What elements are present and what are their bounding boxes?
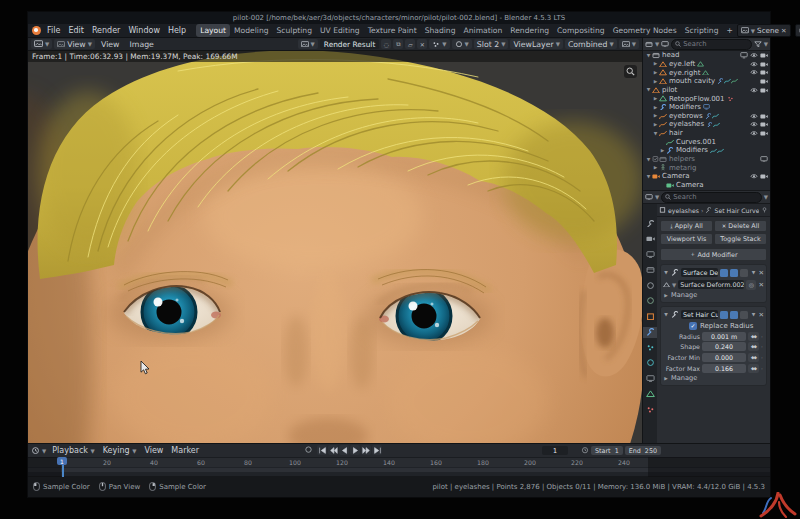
animate-decorator[interactable]: ◆◆ (748, 332, 759, 341)
eye-icon[interactable] (750, 61, 758, 67)
camera-icon[interactable] (760, 130, 768, 136)
frame-start-field[interactable]: Start1 (591, 446, 623, 455)
camera-icon[interactable] (760, 69, 768, 75)
menu-file[interactable]: File (43, 24, 64, 38)
outliner-row-curves-001[interactable]: Curves.001 (643, 137, 770, 146)
editor-type-dropdown[interactable]: ▼ (31, 39, 52, 49)
workspace-tab-sculpting[interactable]: Sculpting (273, 24, 316, 37)
menu-image[interactable]: Image (126, 40, 158, 49)
layer-dropdown[interactable]: ViewLayer ▼ (510, 39, 562, 49)
properties-tab-render[interactable] (643, 234, 657, 245)
expand-icon[interactable]: ▼ (645, 174, 652, 179)
outliner-row-camera[interactable]: Camera (643, 181, 770, 190)
outliner-search-input[interactable]: Search (671, 39, 752, 50)
workspace-tab-scripting[interactable]: Scripting (681, 24, 723, 37)
render-result-image[interactable] (28, 51, 642, 443)
camera-icon[interactable] (760, 78, 768, 84)
manage-subpanel[interactable]: ▶ Manage (663, 373, 764, 383)
expand-icon[interactable]: ▶ (652, 105, 659, 110)
extras-dropdown-icon[interactable]: ▼ (750, 270, 756, 275)
timeline-menu-view[interactable]: View (140, 444, 167, 458)
extras-dot[interactable]: · (761, 333, 764, 340)
field-value-slider[interactable]: 0.166 (702, 364, 746, 373)
properties-tab-view-layer[interactable] (643, 265, 657, 276)
expand-icon[interactable]: ▶ (652, 96, 659, 101)
camera-icon[interactable] (760, 87, 768, 93)
outliner-row-eye-right[interactable]: ▶eye.right (643, 68, 770, 77)
properties-search-input[interactable]: Search (661, 192, 762, 203)
replace-radius-checkbox[interactable]: ✓ (689, 322, 697, 330)
expand-icon[interactable]: ▼ (663, 270, 669, 275)
fake-user-button[interactable]: ◌ (381, 39, 391, 49)
eye-icon[interactable] (750, 69, 758, 75)
timeline-menu-marker[interactable]: Marker (167, 444, 203, 458)
properties-tab-particles[interactable] (643, 342, 657, 353)
editor-type-icon[interactable] (645, 194, 653, 200)
outliner-row-retopoflow-001[interactable]: ▶RetopoFlow.001 (643, 94, 770, 103)
camera-icon[interactable] (760, 121, 768, 127)
realtime-toggle[interactable] (730, 311, 738, 319)
toggle-stack-button[interactable]: Toggle Stack (714, 233, 767, 245)
properties-tab-object-data[interactable] (643, 389, 657, 400)
menu-view[interactable]: View (97, 40, 124, 49)
eye-icon[interactable] (750, 121, 758, 127)
jump-end-button[interactable] (372, 445, 382, 455)
screen-icon[interactable] (740, 52, 748, 58)
outliner-row-helpers[interactable]: ▼helpers (643, 155, 770, 164)
close-icon[interactable]: ✕ (758, 269, 764, 277)
expand-icon[interactable]: ▶ (652, 79, 659, 84)
expand-icon[interactable]: ▶ (652, 61, 659, 66)
modifier-name-field[interactable]: Set Hair Curve P... (681, 310, 718, 319)
editor-type-icon[interactable] (645, 41, 653, 47)
properties-tab-world[interactable] (643, 296, 657, 307)
extras-dot[interactable]: · (761, 365, 764, 372)
zoom-tool-button[interactable] (624, 65, 637, 78)
add-workspace-button[interactable]: + (722, 24, 736, 37)
open-image-button[interactable]: ▱ (405, 39, 415, 49)
properties-tab-physics[interactable] (643, 358, 657, 369)
pin-icon[interactable] (761, 207, 768, 213)
playhead-frame-badge[interactable]: 1 (57, 457, 67, 465)
extras-dot[interactable]: · (761, 343, 764, 350)
extras-dot[interactable]: · (761, 354, 764, 361)
workspace-tab-texture-paint[interactable]: Texture Paint (364, 24, 421, 37)
menu-render[interactable]: Render (88, 24, 124, 38)
workspace-tab-compositing[interactable]: Compositing (553, 24, 609, 37)
outliner-row-camera[interactable]: ▼Camera (643, 172, 770, 181)
expand-icon[interactable]: ▶ (652, 165, 659, 170)
pass-dropdown[interactable]: Combined ▼ (565, 39, 617, 49)
render-toggle[interactable] (740, 269, 748, 277)
render-slot-dropdown[interactable]: Slot 2 ▼ (474, 39, 509, 49)
properties-tab-modifiers[interactable] (643, 327, 657, 338)
breadcrumb-object[interactable]: eyelashes (668, 207, 699, 214)
expand-icon[interactable]: ▼ (645, 157, 652, 162)
field-value-slider[interactable]: 0.240 (702, 342, 746, 351)
mode-dropdown[interactable]: View ▼ (54, 39, 95, 49)
view-layer-selector[interactable]: ▼ ViewLayer ✕ (795, 24, 800, 37)
manage-subpanel[interactable]: ▶ Manage (663, 290, 764, 300)
screen-icon[interactable] (760, 156, 768, 162)
blender-icon[interactable] (32, 26, 41, 35)
menu-edit[interactable]: Edit (64, 24, 88, 38)
current-frame-field[interactable]: 1 (542, 446, 568, 455)
workspace-tab-shading[interactable]: Shading (421, 24, 460, 37)
new-image-button[interactable]: ⧉ (393, 39, 403, 49)
workspace-tab-animation[interactable]: Animation (460, 24, 507, 37)
properties-tab-scene[interactable] (643, 280, 657, 291)
gizmo-dropdown[interactable]: ▼ (429, 39, 449, 49)
outliner-row-eyelashes[interactable]: ▶eyelashes (643, 120, 770, 129)
scene-selector[interactable]: ▼ Scene ✕ (737, 24, 791, 37)
close-icon[interactable]: ✕ (758, 311, 764, 319)
add-modifier-button[interactable]: ＋Add Modifier (660, 248, 767, 261)
outliner-row-eyebrows[interactable]: ▶eyebrows (643, 111, 770, 120)
jump-start-button[interactable] (317, 445, 327, 455)
play-reverse-button[interactable] (339, 445, 349, 455)
play-button[interactable] (350, 445, 360, 455)
expand-icon[interactable]: ▼ (645, 53, 652, 58)
eye-icon[interactable] (750, 113, 758, 119)
expand-icon[interactable]: ▶ (652, 70, 659, 75)
properties-tab-constraints[interactable] (643, 373, 657, 384)
image-browse-dropdown[interactable]: ▼ (298, 39, 318, 49)
expand-icon[interactable]: ▼ (652, 131, 659, 136)
expand-icon[interactable]: ▶ (659, 148, 666, 153)
